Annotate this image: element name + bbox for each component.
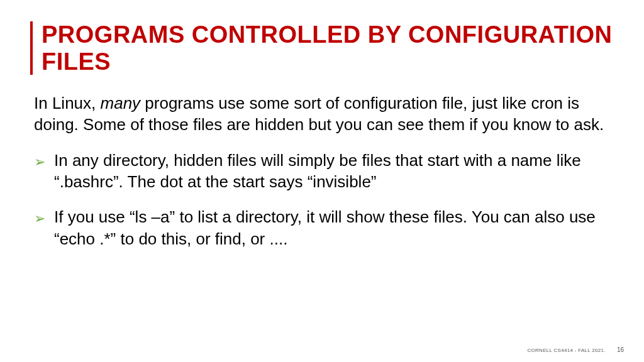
bullet-text: In any directory, hidden files will simp…: [54, 150, 614, 193]
title-accent-bar: [30, 21, 33, 75]
chevron-right-icon: ➢: [34, 153, 45, 171]
bullet-text: If you use “ls –a” to list a directory, …: [54, 206, 614, 250]
intro-emphasis: many: [101, 94, 141, 112]
title-block: PROGRAMS CONTROLLED BY CONFIGURATION FIL…: [30, 21, 614, 75]
slide-body: In Linux, many programs use some sort of…: [30, 92, 614, 250]
intro-paragraph: In Linux, many programs use some sort of…: [30, 92, 614, 136]
bullet-item: ➢ In any directory, hidden files will si…: [30, 150, 614, 193]
footer-course: CORNELL CS4414 - FALL 2021.: [527, 348, 605, 353]
slide-title: PROGRAMS CONTROLLED BY CONFIGURATION FIL…: [42, 21, 614, 75]
slide-footer: CORNELL CS4414 - FALL 2021. 16: [527, 346, 624, 353]
footer-page-number: 16: [617, 346, 624, 353]
bullet-item: ➢ If you use “ls –a” to list a directory…: [30, 206, 614, 250]
chevron-right-icon: ➢: [34, 209, 45, 228]
intro-text-pre: In Linux,: [34, 94, 101, 112]
slide: PROGRAMS CONTROLLED BY CONFIGURATION FIL…: [0, 0, 644, 362]
